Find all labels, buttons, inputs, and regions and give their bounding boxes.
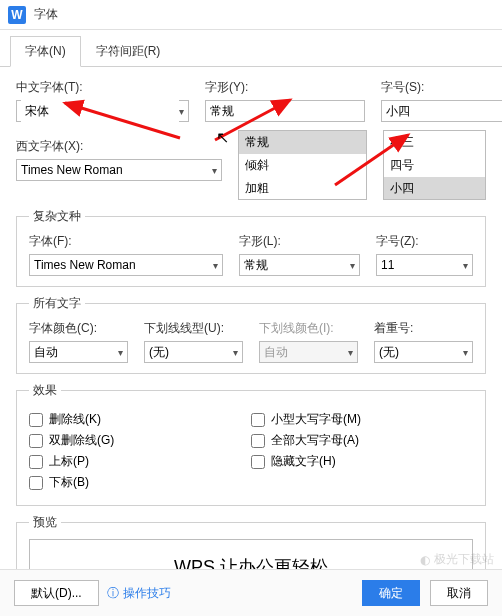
chevron-down-icon: ▾ [213,260,218,271]
complex-style-label: 字形(L): [239,233,360,250]
list-item[interactable]: 小四 [384,177,485,200]
chinese-font-label: 中文字体(T): [16,79,189,96]
app-icon: W [8,6,26,24]
emphasis-label: 着重号: [374,320,473,337]
tab-bar: 字体(N) 字符间距(R) [0,30,502,67]
globe-icon: ◐ [420,553,430,567]
tab-font[interactable]: 字体(N) [10,36,81,67]
watermark: ◐ 极光下载站 [420,551,494,568]
underline-style-label: 下划线线型(U): [144,320,243,337]
effects-legend: 效果 [29,382,61,399]
complex-style-select[interactable]: 常规▾ [239,254,360,276]
western-font-select[interactable]: Times New Roman ▾ [16,159,222,181]
list-item[interactable]: 常规 [239,131,366,154]
chinese-font-select[interactable]: ▾ [16,100,189,122]
size-label: 字号(S): [381,79,502,96]
alltext-legend: 所有文字 [29,295,85,312]
double-strike-checkbox[interactable]: 双删除线(G) [29,432,251,449]
font-color-select[interactable]: 自动▾ [29,341,128,363]
chevron-down-icon: ▾ [212,165,217,176]
size-listbox[interactable]: 小三 四号 小四 [383,130,486,200]
effects-group: 效果 删除线(K) 双删除线(G) 上标(P) 下标(B) 小型大写字母(M) … [16,382,486,506]
western-font-value: Times New Roman [21,163,123,177]
list-item[interactable]: 倾斜 [239,154,366,177]
tips-link[interactable]: ⓘ 操作技巧 [107,580,171,606]
window-title: 字体 [34,6,58,23]
preview-legend: 预览 [29,514,61,531]
lightbulb-icon: ⓘ [107,585,119,602]
list-item[interactable]: 小三 [384,131,485,154]
style-listbox[interactable]: 常规 倾斜 加粗 [238,130,367,200]
superscript-checkbox[interactable]: 上标(P) [29,453,251,470]
chevron-down-icon: ▾ [463,260,468,271]
western-font-label: 西文字体(X): [16,138,222,155]
smallcaps-checkbox[interactable]: 小型大写字母(M) [251,411,473,428]
complex-font-select[interactable]: Times New Roman▾ [29,254,223,276]
underline-style-select[interactable]: (无)▾ [144,341,243,363]
chevron-down-icon: ▾ [350,260,355,271]
list-item[interactable]: 加粗 [239,177,366,200]
subscript-checkbox[interactable]: 下标(B) [29,474,251,491]
cancel-button[interactable]: 取消 [430,580,488,606]
style-input[interactable] [205,100,365,122]
hidden-checkbox[interactable]: 隐藏文字(H) [251,453,473,470]
underline-color-select: 自动▾ [259,341,358,363]
chevron-down-icon: ▾ [348,347,353,358]
dialog-footer: 默认(D)... ⓘ 操作技巧 确定 取消 [0,569,502,616]
font-color-label: 字体颜色(C): [29,320,128,337]
complex-font-label: 字体(F): [29,233,223,250]
chinese-font-input[interactable] [21,100,179,122]
emphasis-select[interactable]: (无)▾ [374,341,473,363]
chevron-down-icon: ▾ [118,347,123,358]
list-item[interactable]: 四号 [384,154,485,177]
ok-button[interactable]: 确定 [362,580,420,606]
complex-size-select[interactable]: 11▾ [376,254,473,276]
tab-spacing[interactable]: 字符间距(R) [81,36,176,67]
strikethrough-checkbox[interactable]: 删除线(K) [29,411,251,428]
underline-color-label: 下划线颜色(I): [259,320,358,337]
chevron-down-icon: ▾ [463,347,468,358]
title-bar: W 字体 [0,0,502,30]
chevron-down-icon: ▾ [233,347,238,358]
allcaps-checkbox[interactable]: 全部大写字母(A) [251,432,473,449]
style-label: 字形(Y): [205,79,365,96]
complex-legend: 复杂文种 [29,208,85,225]
size-input[interactable] [381,100,502,122]
default-button[interactable]: 默认(D)... [14,580,99,606]
all-text-group: 所有文字 字体颜色(C): 自动▾ 下划线线型(U): (无)▾ 下划线颜色(I… [16,295,486,374]
complex-size-label: 字号(Z): [376,233,473,250]
chevron-down-icon: ▾ [179,106,184,117]
complex-script-group: 复杂文种 字体(F): Times New Roman▾ 字形(L): 常规▾ … [16,208,486,287]
